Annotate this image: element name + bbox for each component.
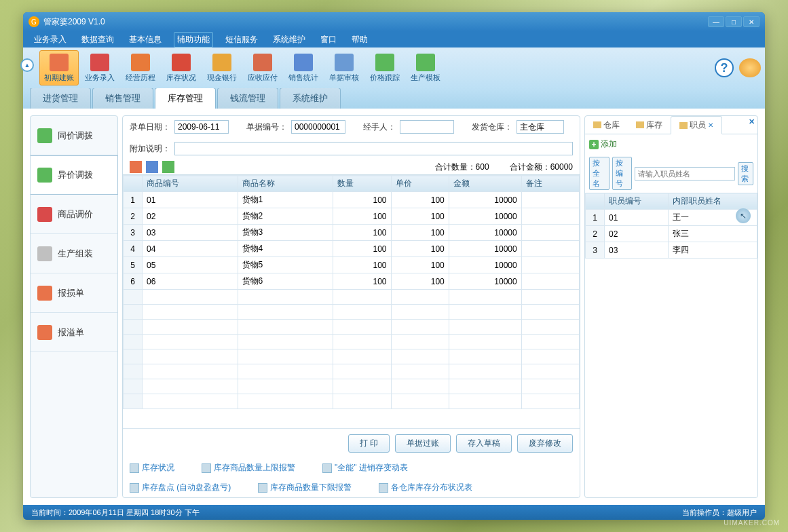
date-input[interactable] bbox=[174, 120, 229, 134]
arrow-up-icon[interactable]: ↖ bbox=[736, 208, 751, 223]
add-button[interactable]: + 添加 bbox=[589, 138, 617, 150]
table-row[interactable]: 303货物310010010000 bbox=[124, 225, 580, 241]
right-tab-1[interactable]: 库存 bbox=[628, 116, 671, 134]
minimize-button[interactable]: — bbox=[708, 16, 724, 27]
tab-close-icon[interactable]: ✕ bbox=[708, 121, 713, 129]
main-tab-1[interactable]: 销售管理 bbox=[92, 88, 153, 109]
main-tab-4[interactable]: 系统维护 bbox=[280, 88, 341, 109]
grid-header[interactable] bbox=[124, 176, 143, 192]
warehouse-input[interactable] bbox=[517, 120, 564, 134]
sidebar-item-2[interactable]: 商品调价 bbox=[31, 195, 117, 234]
search-input[interactable] bbox=[635, 167, 735, 180]
help-icon[interactable]: ? bbox=[715, 58, 734, 77]
rp-header[interactable] bbox=[586, 193, 605, 210]
building2-icon[interactable] bbox=[146, 161, 158, 173]
report-link[interactable]: 库存盘点 (自动盘盈盘亏) bbox=[130, 482, 231, 493]
handler-input[interactable] bbox=[400, 120, 454, 134]
filter-number[interactable]: 按编号 bbox=[612, 157, 633, 190]
grid-header[interactable]: 金额 bbox=[449, 176, 521, 192]
sidebar-item-0[interactable]: 同价调拨 bbox=[31, 116, 117, 155]
tool-生产模板[interactable]: 生产模板 bbox=[406, 50, 445, 86]
menu-item-5[interactable]: 系统维护 bbox=[270, 33, 308, 47]
filter-fullname[interactable]: 按全名 bbox=[589, 157, 609, 190]
doc-input[interactable] bbox=[291, 120, 345, 134]
report-link[interactable]: 库存商品数量上限报警 bbox=[202, 462, 295, 474]
table-row[interactable]: 505货物510010010000 bbox=[124, 257, 580, 273]
grid-header[interactable]: 数量 bbox=[333, 176, 391, 192]
report-link[interactable]: 各仓库库存分布状况表 bbox=[379, 482, 472, 493]
table-row-empty[interactable] bbox=[124, 379, 580, 394]
collapse-toggle-icon[interactable]: ▲ bbox=[20, 58, 34, 72]
tool-现金银行[interactable]: 现金银行 bbox=[202, 50, 242, 86]
tool-库存状况[interactable]: 库存状况 bbox=[162, 50, 201, 86]
right-panel-grid[interactable]: 职员编号内部职员姓名101王一202张三303李四 bbox=[585, 193, 757, 497]
table-row-empty[interactable] bbox=[124, 364, 580, 379]
panel-close-icon[interactable]: ✕ bbox=[749, 117, 755, 126]
grid-header[interactable]: 商品编号 bbox=[143, 176, 238, 192]
close-button[interactable]: ✕ bbox=[743, 16, 759, 27]
logo-icon bbox=[739, 58, 761, 77]
sidebar-item-1[interactable]: 异价调拨 bbox=[31, 155, 118, 195]
table-row-empty[interactable] bbox=[124, 349, 580, 364]
action-button[interactable]: 单据过账 bbox=[395, 434, 451, 453]
rp-row[interactable]: 202张三 bbox=[586, 226, 757, 242]
table-row[interactable]: 606货物610010010000 bbox=[124, 273, 580, 290]
right-tab-0[interactable]: 仓库 bbox=[585, 116, 628, 134]
grid-header[interactable]: 备注 bbox=[521, 176, 579, 192]
tool-业务录入[interactable]: 业务录入 bbox=[80, 50, 119, 86]
rp-header[interactable]: 职员编号 bbox=[605, 193, 669, 210]
sidebar-item-3[interactable]: 生产组装 bbox=[31, 234, 117, 273]
tool-icon bbox=[172, 54, 191, 71]
report-link[interactable]: 库存商品数量下限报警 bbox=[258, 482, 352, 493]
main-tab-0[interactable]: 进货管理 bbox=[30, 88, 91, 109]
links-row-1: 库存状况库存商品数量上限报警"全能" 进销存变动表 bbox=[123, 458, 580, 478]
tool-单据审核[interactable]: 单据审核 bbox=[324, 50, 364, 86]
maximize-button[interactable]: □ bbox=[726, 16, 742, 27]
remark-input[interactable] bbox=[174, 142, 573, 155]
toolbar-container: ▲ 初期建账业务录入经营历程库存状况现金银行应收应付销售统计单据审核价格跟踪生产… bbox=[23, 48, 765, 88]
table-row-empty[interactable] bbox=[124, 335, 580, 349]
action-button[interactable]: 打 印 bbox=[348, 434, 390, 453]
toolbar: 初期建账业务录入经营历程库存状况现金银行应收应付销售统计单据审核价格跟踪生产模板 bbox=[39, 50, 445, 86]
table-row-empty[interactable] bbox=[124, 290, 580, 305]
table-row-empty[interactable] bbox=[124, 320, 580, 335]
tool-价格跟踪[interactable]: 价格跟踪 bbox=[365, 50, 405, 86]
table-row[interactable]: 101货物110010010000 bbox=[124, 192, 580, 208]
main-tab-3[interactable]: 钱流管理 bbox=[217, 88, 278, 109]
tool-应收应付[interactable]: 应收应付 bbox=[243, 50, 282, 86]
table-row-empty[interactable] bbox=[124, 305, 580, 320]
sidebar-item-4[interactable]: 报损单 bbox=[31, 273, 117, 313]
main-grid[interactable]: 商品编号商品名称数量单价金额备注101货物110010010000202货物21… bbox=[123, 174, 580, 428]
rp-row[interactable]: 101王一 bbox=[586, 210, 757, 226]
menu-item-4[interactable]: 短信服务 bbox=[223, 33, 261, 47]
building1-icon[interactable] bbox=[130, 161, 142, 173]
main-tab-2[interactable]: 库存管理 bbox=[155, 88, 216, 109]
report-link[interactable]: 库存状况 bbox=[130, 462, 174, 474]
menu-item-7[interactable]: 帮助 bbox=[349, 33, 371, 47]
action-button[interactable]: 存入草稿 bbox=[456, 434, 512, 453]
grid-header[interactable]: 商品名称 bbox=[238, 176, 333, 192]
rp-header[interactable]: 内部职员姓名 bbox=[669, 193, 757, 210]
tool-销售统计[interactable]: 销售统计 bbox=[284, 50, 323, 86]
action-button[interactable]: 废弃修改 bbox=[517, 434, 573, 453]
rp-row[interactable]: 303李四 bbox=[586, 242, 757, 259]
table-row[interactable]: 202货物210010010000 bbox=[124, 208, 580, 225]
sidebar-item-5[interactable]: 报溢单 bbox=[31, 313, 117, 352]
menu-item-1[interactable]: 数据查询 bbox=[79, 33, 117, 47]
grid-header[interactable]: 单价 bbox=[391, 176, 449, 192]
table-row[interactable]: 404货物410010010000 bbox=[124, 241, 580, 257]
menu-item-0[interactable]: 业务录入 bbox=[31, 33, 69, 47]
tool-icon bbox=[294, 54, 313, 71]
right-tab-2[interactable]: 职员 ✕ bbox=[671, 116, 722, 134]
report-link[interactable]: "全能" 进销存变动表 bbox=[322, 462, 408, 474]
folder-icon bbox=[636, 121, 644, 128]
search-button[interactable]: 搜索 bbox=[738, 162, 753, 185]
tool-经营历程[interactable]: 经营历程 bbox=[121, 50, 160, 86]
tool-初期建账[interactable]: 初期建账 bbox=[39, 50, 79, 86]
table-row-empty[interactable] bbox=[124, 394, 580, 409]
menu-item-2[interactable]: 基本信息 bbox=[126, 33, 164, 47]
person-icon[interactable] bbox=[162, 161, 174, 173]
menubar: 业务录入数据查询基本信息辅助功能短信服务系统维护窗口帮助 bbox=[23, 31, 765, 48]
menu-item-6[interactable]: 窗口 bbox=[318, 33, 339, 47]
menu-item-3[interactable]: 辅助功能 bbox=[174, 32, 213, 48]
